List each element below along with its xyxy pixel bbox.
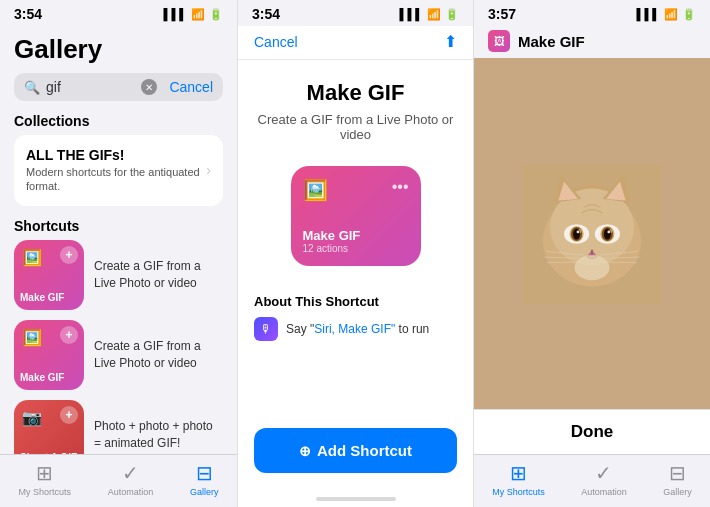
gif-card: 🖼️ ••• Make GIF 12 actions <box>291 166 421 266</box>
detail-subtitle: Create a GIF from a Live Photo or video <box>254 112 457 142</box>
tab-my-shortcuts-3[interactable]: ⊞ My Shortcuts <box>492 461 545 497</box>
shortcut-desc-3: Photo + photo + photo = animated GIF! <box>94 418 223 452</box>
automation-label-3: Automation <box>581 487 627 497</box>
search-clear-button[interactable]: ✕ <box>141 79 157 95</box>
wifi-icon: 📶 <box>191 8 205 21</box>
tile-icon-2: 🖼️ <box>22 328 42 347</box>
add-icon: ⊕ <box>299 443 311 459</box>
battery-icon-3: 🔋 <box>682 8 696 21</box>
tile-name-2: Make GIF <box>20 372 64 384</box>
shortcut-desc-2: Create a GIF from a Live Photo or video <box>94 338 223 372</box>
status-bar-1: 3:54 ▌▌▌ 📶 🔋 <box>0 0 237 26</box>
gallery-icon-3: ⊟ <box>669 461 686 485</box>
siri-description: Say "Siri, Make GIF" to run <box>286 322 429 336</box>
add-shortcut-button[interactable]: ⊕ Add Shortcut <box>254 428 457 473</box>
running-nav: 🖼 Make GIF <box>474 26 710 58</box>
signal-icon-2: ▌▌▌ <box>400 8 423 20</box>
signal-icon-3: ▌▌▌ <box>637 8 660 20</box>
gif-card-top: 🖼️ ••• <box>303 178 409 202</box>
my-shortcuts-label-3: My Shortcuts <box>492 487 545 497</box>
time-2: 3:54 <box>252 6 280 22</box>
gallery-icon: ⊟ <box>196 461 213 485</box>
gallery-label: Gallery <box>190 487 219 497</box>
gif-card-bottom: Make GIF 12 actions <box>303 228 361 254</box>
my-shortcuts-label: My Shortcuts <box>18 487 71 497</box>
automation-icon: ✓ <box>122 461 139 485</box>
home-indicator-2 <box>238 493 473 507</box>
status-icons-1: ▌▌▌ 📶 🔋 <box>164 8 223 21</box>
tab-bar-3: ⊞ My Shortcuts ✓ Automation ⊟ Gallery <box>474 454 710 507</box>
gif-card-actions: 12 actions <box>303 243 361 254</box>
svg-point-19 <box>607 230 610 233</box>
svg-point-16 <box>573 228 580 239</box>
add-shortcut-label: Add Shortcut <box>317 442 412 459</box>
running-nav-title: Make GIF <box>518 33 585 50</box>
tile-icon-3: 📷 <box>22 408 42 427</box>
search-value: gif <box>46 79 135 95</box>
shortcut-desc-1: Create a GIF from a Live Photo or video <box>94 258 223 292</box>
done-bar: Done <box>474 409 710 454</box>
home-bar-2 <box>316 497 396 501</box>
shortcuts-label: Shortcuts <box>14 218 223 234</box>
tile-name-3: Shoot A GIF <box>20 452 77 454</box>
svg-point-28 <box>575 255 610 280</box>
list-item[interactable]: 📷 + Shoot A GIF Photo + photo + photo = … <box>14 400 223 454</box>
search-icon: 🔍 <box>24 80 40 95</box>
status-icons-2: ▌▌▌ 📶 🔋 <box>400 8 459 21</box>
time-3: 3:57 <box>488 6 516 22</box>
detail-title: Make GIF <box>307 80 405 106</box>
status-bar-2: 3:54 ▌▌▌ 📶 🔋 <box>238 0 473 26</box>
detail-nav: Cancel ⬆ <box>238 26 473 60</box>
tab-gallery-3[interactable]: ⊟ Gallery <box>663 461 692 497</box>
svg-point-18 <box>577 230 580 233</box>
gif-card-name: Make GIF <box>303 228 361 243</box>
my-shortcuts-icon: ⊞ <box>36 461 53 485</box>
share-icon[interactable]: ⬆ <box>444 32 457 51</box>
tab-bar-1: ⊞ My Shortcuts ✓ Automation ⊟ Gallery <box>0 454 237 507</box>
tab-gallery[interactable]: ⊟ Gallery <box>190 461 219 497</box>
search-bar[interactable]: 🔍 gif ✕ Cancel <box>14 73 223 101</box>
list-item[interactable]: 🖼️ + Make GIF Create a GIF from a Live P… <box>14 320 223 390</box>
search-cancel-button[interactable]: Cancel <box>169 79 213 95</box>
add-button-2[interactable]: + <box>60 326 78 344</box>
gif-app-icon: 🖼 <box>488 30 510 52</box>
cat-image-svg <box>522 164 662 304</box>
shortcut-tile-2[interactable]: 🖼️ + Make GIF <box>14 320 84 390</box>
gallery-label-3: Gallery <box>663 487 692 497</box>
status-icons-3: ▌▌▌ 📶 🔋 <box>637 8 696 21</box>
wifi-icon-3: 📶 <box>664 8 678 21</box>
shortcut-tile-3[interactable]: 📷 + Shoot A GIF <box>14 400 84 454</box>
automation-label: Automation <box>108 487 154 497</box>
gif-card-icon: 🖼️ <box>303 178 328 202</box>
collection-desc: Modern shortcuts for the antiquated form… <box>26 165 206 194</box>
time-1: 3:54 <box>14 6 42 22</box>
collection-card[interactable]: ALL THE GIFs! Modern shortcuts for the a… <box>14 135 223 206</box>
collections-label: Collections <box>14 113 223 129</box>
tab-my-shortcuts[interactable]: ⊞ My Shortcuts <box>18 461 71 497</box>
battery-icon: 🔋 <box>209 8 223 21</box>
shortcut-tile-1[interactable]: 🖼️ + Make GIF <box>14 240 84 310</box>
list-item[interactable]: 🖼️ + Make GIF Create a GIF from a Live P… <box>14 240 223 310</box>
gallery-title: Gallery <box>14 34 223 65</box>
add-button-3[interactable]: + <box>60 406 78 424</box>
siri-quote: Siri, Make GIF" <box>314 322 395 336</box>
collection-info: ALL THE GIFs! Modern shortcuts for the a… <box>26 147 206 194</box>
tile-name-1: Make GIF <box>20 292 64 304</box>
add-shortcut-area: ⊕ Add Shortcut <box>238 416 473 493</box>
screen-detail: 3:54 ▌▌▌ 📶 🔋 Cancel ⬆ Make GIF Create a … <box>237 0 474 507</box>
status-bar-3: 3:57 ▌▌▌ 📶 🔋 <box>474 0 710 26</box>
detail-body: Make GIF Create a GIF from a Live Photo … <box>238 60 473 416</box>
svg-point-17 <box>604 228 611 239</box>
gallery-content: Gallery 🔍 gif ✕ Cancel Collections ALL T… <box>0 26 237 454</box>
add-button-1[interactable]: + <box>60 246 78 264</box>
tab-automation[interactable]: ✓ Automation <box>108 461 154 497</box>
gif-card-more-icon[interactable]: ••• <box>392 178 409 202</box>
screen-running: 3:57 ▌▌▌ 📶 🔋 🖼 Make GIF <box>474 0 710 507</box>
tab-automation-3[interactable]: ✓ Automation <box>581 461 627 497</box>
siri-icon: 🎙 <box>254 317 278 341</box>
battery-icon-2: 🔋 <box>445 8 459 21</box>
my-shortcuts-icon-3: ⊞ <box>510 461 527 485</box>
shortcuts-section: Shortcuts 🖼️ + Make GIF Create a GIF fro… <box>14 218 223 454</box>
cancel-button[interactable]: Cancel <box>254 34 298 50</box>
wifi-icon-2: 📶 <box>427 8 441 21</box>
